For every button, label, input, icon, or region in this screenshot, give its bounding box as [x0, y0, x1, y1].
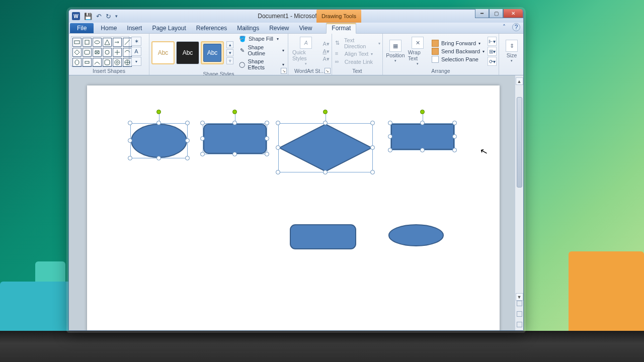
group-arrange: ▦ Position▾ ✕ Wrap Text▾ Bring Forward▾ …: [383, 34, 499, 75]
tab-format[interactable]: Format: [326, 23, 356, 34]
svg-rect-0: [74, 41, 79, 44]
shape-ellipse-2[interactable]: [388, 224, 444, 249]
rotate-handle-icon[interactable]: [232, 110, 237, 114]
svg-marker-15: [279, 124, 372, 171]
close-button[interactable]: ✕: [503, 9, 523, 18]
ribbon: ✶ A ▾ Insert Shapes Abc Abc Abc ▴▾▿: [69, 34, 523, 75]
align-text-icon: ≡: [335, 50, 342, 57]
shape-style-1[interactable]: Abc: [151, 41, 175, 64]
rotate-handle-icon[interactable]: [323, 110, 328, 114]
svg-point-13: [131, 124, 187, 157]
scroll-down-icon[interactable]: ▼: [516, 293, 523, 301]
shape-style-2[interactable]: Abc: [176, 41, 199, 64]
shape-styles-launcher-icon[interactable]: ↘: [281, 68, 287, 74]
wrap-text-button[interactable]: ✕ Wrap Text▾: [406, 36, 430, 67]
shape-outline-button[interactable]: ✎ Shape Outline▾: [237, 44, 286, 57]
help-icon[interactable]: ?: [512, 23, 520, 31]
group-insert-shapes: ✶ A ▾ Insert Shapes: [69, 34, 149, 75]
quick-styles-button[interactable]: A Quick Styles ▾: [290, 36, 321, 67]
redo-icon[interactable]: ↻: [106, 13, 111, 20]
svg-point-18: [389, 225, 443, 246]
position-button[interactable]: ▦ Position▾: [385, 39, 406, 64]
shape-style-3[interactable]: Abc: [201, 41, 224, 64]
maximize-button[interactable]: ▢: [489, 9, 503, 18]
svg-point-2: [95, 41, 100, 44]
text-fill-icon[interactable]: A▾: [323, 41, 329, 47]
tab-insert[interactable]: Insert: [122, 23, 147, 33]
align-text-button[interactable]: ≡ Align Text▾: [335, 50, 380, 57]
svg-point-7: [75, 60, 79, 65]
scroll-up-icon[interactable]: ▲: [516, 77, 523, 85]
svg-rect-16: [391, 124, 454, 149]
align-button[interactable]: ⊩▾: [488, 37, 497, 46]
tab-review[interactable]: Review: [264, 23, 294, 33]
window-title: Document1 - Microsoft Word: [69, 13, 523, 20]
rotate-handle-icon[interactable]: [420, 110, 425, 114]
quick-styles-icon: A: [300, 37, 312, 49]
undo-icon[interactable]: ↶: [96, 13, 102, 20]
send-backward-button[interactable]: Send Backward▾: [432, 48, 485, 55]
wordart-launcher-icon[interactable]: ↘: [325, 68, 331, 74]
group-label-arrange: Arrange: [385, 68, 497, 75]
browse-prev-icon[interactable]: [517, 301, 522, 306]
quick-access-toolbar: 💾 ↶ ↻ ▾: [84, 13, 118, 20]
rotate-handle-icon[interactable]: [156, 110, 161, 114]
edit-shape-icon[interactable]: ✶: [131, 37, 141, 46]
shape-diamond[interactable]: [278, 123, 373, 172]
minimize-button[interactable]: ━: [475, 9, 489, 18]
svg-point-10: [115, 60, 120, 65]
shape-rounded-rect-2[interactable]: [289, 224, 357, 252]
shapes-gallery[interactable]: [71, 36, 129, 66]
effects-icon: ◯: [239, 61, 246, 68]
tab-references[interactable]: References: [191, 23, 232, 33]
text-box-icon[interactable]: A: [131, 47, 141, 56]
scroll-thumb[interactable]: [517, 97, 522, 188]
shape-ellipse-1[interactable]: [130, 123, 188, 158]
tab-view[interactable]: View: [294, 23, 317, 33]
browse-object-icon[interactable]: [517, 311, 522, 317]
vertical-scrollbar[interactable]: ▲ ▼: [515, 75, 523, 330]
shape-styles-more[interactable]: ▴▾▿: [226, 41, 233, 64]
minimize-ribbon-icon[interactable]: ˄: [500, 23, 508, 31]
text-direction-button[interactable]: ⇅ Text Direction▾: [335, 37, 380, 49]
tab-page-layout[interactable]: Page Layout: [147, 23, 191, 33]
document-area: ▲ ▼ ↖: [69, 75, 523, 330]
tab-file[interactable]: File: [70, 23, 94, 33]
save-icon[interactable]: 💾: [84, 13, 92, 20]
shape-effects-button[interactable]: ◯ Shape Effects▾: [237, 58, 286, 71]
group-label-insert-shapes: Insert Shapes: [71, 68, 147, 75]
shapes-more-icon[interactable]: ▾: [131, 57, 141, 66]
group-wordart-styles: A Quick Styles ▾ A▾ A▾ A▾ WordArt St… ↘: [288, 34, 332, 75]
size-button[interactable]: ⇕ Size▾: [501, 39, 522, 64]
tab-home[interactable]: Home: [96, 23, 122, 33]
svg-rect-5: [85, 50, 90, 54]
qat-dropdown-icon[interactable]: ▾: [115, 14, 118, 19]
group-label-size: [501, 68, 521, 75]
svg-rect-14: [204, 124, 266, 153]
shape-fill-button[interactable]: 🪣 Shape Fill▾: [237, 35, 286, 43]
browse-next-icon[interactable]: [517, 322, 522, 327]
bring-forward-button[interactable]: Bring Forward▾: [432, 40, 485, 47]
text-effects-icon[interactable]: A▾: [323, 56, 329, 62]
ribbon-tabs: File Home Insert Page Layout References …: [69, 23, 523, 34]
rotate-button[interactable]: ⟳▾: [488, 57, 497, 66]
tab-mailings[interactable]: Mailings: [232, 23, 264, 33]
svg-point-6: [105, 50, 109, 54]
page[interactable]: [87, 85, 500, 330]
selection-pane-button[interactable]: Selection Pane: [432, 56, 485, 63]
svg-marker-3: [105, 40, 110, 45]
group-size: ⇕ Size▾: [499, 34, 523, 75]
titlebar: W 💾 ↶ ↻ ▾ Document1 - Microsoft Word Dra…: [69, 10, 523, 23]
group-button[interactable]: ⊞▾: [488, 47, 497, 56]
paint-bucket-icon: 🪣: [239, 35, 246, 42]
svg-rect-8: [85, 61, 89, 63]
svg-marker-4: [74, 50, 79, 55]
text-outline-icon[interactable]: A▾: [323, 48, 329, 55]
selection-pane-icon: [432, 56, 439, 63]
shape-rectangle[interactable]: [390, 123, 455, 150]
shape-rounded-rect-1[interactable]: [203, 123, 267, 154]
group-label-text: Text: [334, 68, 380, 75]
pencil-icon: ✎: [239, 47, 245, 54]
group-text: ⇅ Text Direction▾ ≡ Align Text▾ ∞ Create…: [332, 34, 383, 75]
create-link-button[interactable]: ∞ Create Link: [335, 58, 380, 65]
